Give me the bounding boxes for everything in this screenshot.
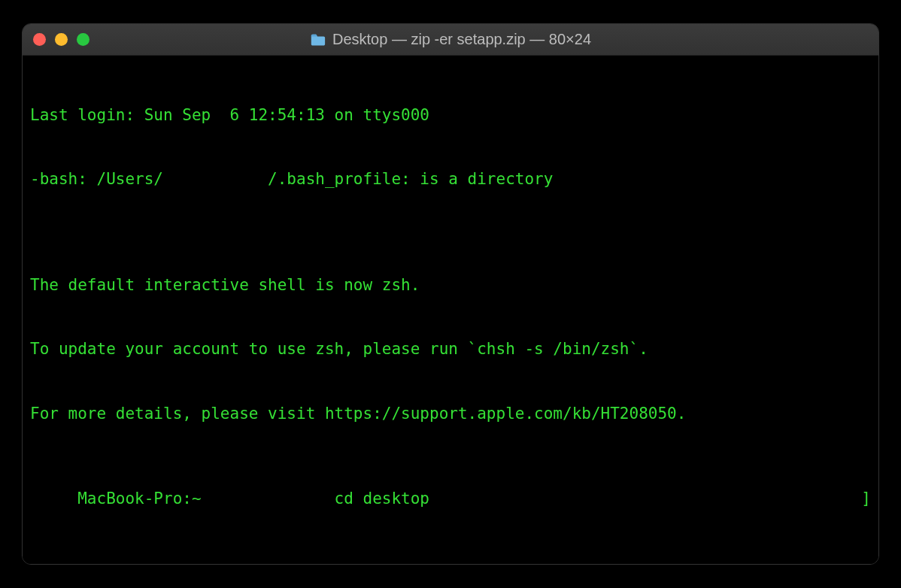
terminal-line: For more details, please visit https://s… [30,403,871,424]
terminal-prompt-line: MacBook-Pro:~ cd desktop ] [30,488,871,509]
terminal-line: Last login: Sun Sep 6 12:54:13 on ttys00… [30,105,871,126]
window-title-wrap: Desktop — zip -er setapp.zip — 80×24 [310,31,591,48]
terminal-line: To update your account to use zsh, pleas… [30,338,871,359]
titlebar: Desktop — zip -er setapp.zip — 80×24 [23,24,878,56]
minimize-button[interactable] [55,33,68,46]
terminal-window: Desktop — zip -er setapp.zip — 80×24 Las… [22,23,879,565]
close-button[interactable] [33,33,46,46]
zoom-button[interactable] [77,33,89,46]
folder-icon [310,33,326,47]
traffic-lights [33,33,89,46]
terminal-line: The default interactive shell is now zsh… [30,274,871,296]
terminal-line: -bash: /Users/ /.bash_profile: is a dire… [30,168,871,189]
prompt-cd: MacBook-Pro:~ cd desktop [30,488,429,509]
terminal-area[interactable]: Last login: Sun Sep 6 12:54:13 on ttys00… [23,56,878,564]
bracket-right: ] [861,488,871,509]
window-title: Desktop — zip -er setapp.zip — 80×24 [332,31,591,48]
